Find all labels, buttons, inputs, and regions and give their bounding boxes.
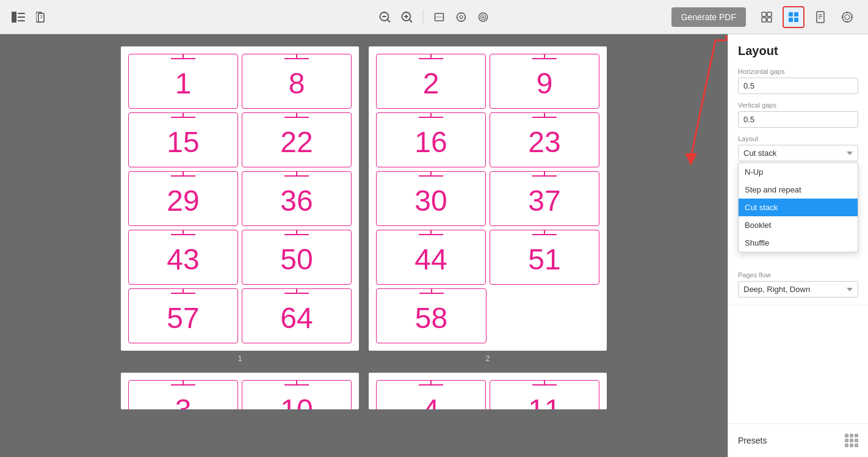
layout-selected-value: Cut stack: [743, 148, 847, 158]
nav-icon-grid[interactable]: [756, 6, 778, 28]
card-tick: [419, 384, 443, 386]
card-number: 51: [528, 245, 560, 274]
toolbar-divider: [423, 10, 424, 24]
card-2: 2: [376, 54, 486, 109]
horizontal-gaps-input[interactable]: [738, 78, 858, 94]
dropdown-item-nup[interactable]: N-Up: [739, 163, 858, 181]
card-16: 16: [376, 112, 486, 167]
svg-rect-3: [18, 20, 25, 21]
card-number: 50: [280, 245, 313, 274]
card-number: 30: [414, 186, 447, 216]
page-3-partial: 3 10: [121, 373, 359, 409]
nav-icon-target[interactable]: [836, 6, 858, 28]
grid-dot: [855, 434, 858, 437]
panel-bottom: Presets: [728, 423, 868, 457]
card-64: 64: [242, 288, 352, 343]
page-3-wrapper: 3 10: [121, 373, 359, 409]
layout-label: Layout: [738, 135, 858, 142]
card-number: 8: [289, 69, 305, 98]
grid-dot: [850, 439, 853, 442]
grid-dot: [845, 434, 848, 437]
card-tick: [171, 384, 195, 386]
sidebar-icon[interactable]: [10, 9, 27, 26]
card-row: 58: [376, 288, 599, 343]
card-row: 1 8: [128, 54, 352, 109]
card-number: 15: [167, 128, 199, 157]
card-11: 11: [490, 380, 599, 409]
card-number: 37: [528, 186, 560, 216]
toolbar-center: [377, 9, 492, 26]
card-3: 3: [128, 380, 238, 409]
dropdown-item-booklet[interactable]: Booklet: [739, 216, 858, 234]
card-30: 30: [376, 171, 486, 226]
card-number: 43: [167, 245, 199, 274]
svg-line-12: [388, 20, 390, 22]
card-number: 9: [537, 69, 553, 98]
card-number: 1: [175, 69, 192, 98]
card-row: 43 50: [128, 230, 352, 285]
page-1: 1 8 15: [121, 46, 359, 351]
card-50: 50: [242, 230, 352, 285]
card-tick: [284, 58, 309, 59]
page-2-wrapper: 2 9 16: [369, 46, 607, 363]
fit-page-icon[interactable]: [453, 9, 470, 26]
svg-rect-28: [762, 12, 766, 16]
svg-point-27: [482, 16, 484, 18]
card-15: 15: [128, 112, 238, 167]
card-tick: [532, 384, 557, 386]
zoom-in-icon[interactable]: [399, 9, 416, 26]
dropdown-item-step-repeat[interactable]: Step and repeat: [739, 181, 858, 199]
fit-width-icon[interactable]: [431, 9, 448, 26]
dropdown-item-shuffle[interactable]: Shuffle: [739, 234, 858, 252]
nav-icons: [756, 6, 858, 28]
card-23: 23: [490, 112, 599, 167]
pages-flow-value: Deep, Right, Down: [743, 285, 847, 294]
card-number: 3: [175, 395, 192, 409]
card-number: 58: [415, 304, 447, 333]
card-number: 44: [414, 245, 447, 274]
card-37: 37: [490, 171, 599, 226]
card-10: 10: [242, 380, 352, 409]
page-4-wrapper: 4 11: [369, 373, 607, 409]
toolbar-right: Generate PDF: [671, 6, 858, 28]
svg-point-19: [457, 13, 466, 21]
vertical-gaps-input[interactable]: [738, 111, 858, 128]
card-8: 8: [242, 54, 352, 109]
card-9: 9: [490, 54, 599, 109]
vertical-gaps-label: Vertical gaps: [738, 101, 858, 109]
card-number: 57: [167, 304, 199, 333]
canvas-area[interactable]: 1 8 15: [0, 34, 728, 457]
generate-pdf-button[interactable]: Generate PDF: [671, 7, 746, 27]
card-number: 11: [528, 395, 560, 409]
svg-rect-32: [789, 12, 793, 16]
layout-dropdown-trigger[interactable]: Cut stack: [738, 145, 858, 161]
pages-flow-dropdown[interactable]: Deep, Right, Down: [738, 281, 858, 298]
card-number: 4: [423, 395, 439, 409]
card-number: 64: [280, 304, 313, 333]
card-row: 44 51: [376, 230, 599, 285]
card-tick: [284, 384, 309, 386]
card-number: 16: [414, 128, 447, 157]
card-44: 44: [376, 230, 486, 285]
card-tick: [284, 175, 309, 177]
pages-icon[interactable]: [34, 9, 51, 26]
page-2-label: 2: [486, 354, 490, 363]
nav-icon-page[interactable]: [809, 6, 831, 28]
svg-rect-33: [794, 12, 798, 16]
dropdown-item-cut-stack[interactable]: Cut stack: [739, 199, 858, 216]
card-number: 22: [280, 128, 313, 157]
fit-all-icon[interactable]: [475, 9, 492, 26]
zoom-out-icon[interactable]: [377, 9, 394, 26]
main-content: 1 8 15: [0, 34, 868, 457]
card-number: 36: [280, 186, 313, 216]
card-row: 30 37: [376, 171, 599, 226]
card-row: 3 10: [128, 380, 352, 409]
card-row: 15 22: [128, 112, 352, 167]
toolbar-left: [10, 9, 51, 26]
nav-icon-layout[interactable]: [783, 6, 805, 28]
svg-rect-31: [767, 18, 772, 22]
pages-flow-label: Pages flow: [738, 271, 858, 279]
presets-grid-icon[interactable]: [845, 434, 858, 447]
card-tick: [284, 293, 309, 294]
card-tick: [532, 117, 557, 118]
